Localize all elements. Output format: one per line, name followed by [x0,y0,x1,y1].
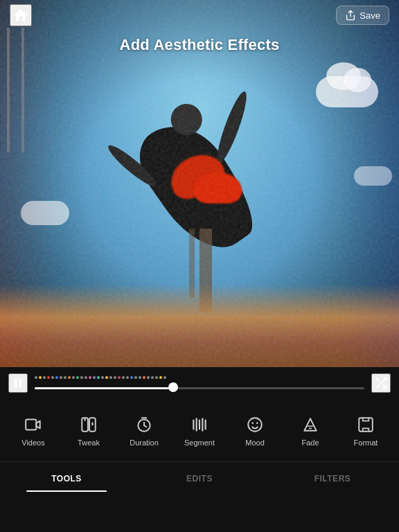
dot [80,376,83,379]
tab-tools-underline [26,490,106,492]
tab-tools[interactable]: TOOLS [0,462,133,492]
tool-segment[interactable]: Segment [179,414,220,447]
dot [55,376,58,379]
tweak-icon [78,414,99,435]
svg-rect-6 [26,419,36,429]
dot [68,376,71,379]
tool-mood[interactable]: Mood [234,414,276,447]
dot [43,376,46,379]
dot [143,376,145,379]
dot [89,376,91,379]
tab-edits-label: EDITS [186,474,213,484]
dot [76,376,79,379]
mood-icon [245,414,265,435]
dot [139,376,141,379]
dot [151,376,154,379]
fade-label: Fade [301,438,319,447]
home-icon [12,7,29,24]
dot [101,376,104,379]
segment-icon [189,414,210,435]
duration-label: Duration [130,438,159,447]
svg-point-21 [251,422,254,424]
fade-icon [300,414,321,435]
dot [51,376,54,379]
rooftop [0,284,399,367]
tab-filters[interactable]: FILTERS [266,462,399,492]
cloud-1 [316,76,378,107]
tab-bar: TOOLS EDITS FILTERS [0,461,399,492]
mood-label: Mood [245,438,265,447]
svg-line-5 [376,378,379,381]
top-bar: Save [0,0,399,30]
dot [155,376,158,379]
save-label: Save [360,10,380,21]
dot [47,376,50,379]
dot [60,376,62,379]
dot [118,376,121,379]
dot [122,376,125,379]
dot [85,376,87,379]
save-button[interactable]: Save [336,6,389,25]
shuffle-button[interactable] [371,373,391,393]
dot [147,376,150,379]
format-label: Format [354,438,378,447]
save-icon [345,10,356,21]
duration-icon [134,414,154,435]
arm-right [212,89,251,166]
tab-edits[interactable]: EDITS [133,462,266,492]
timeline-dots [35,375,364,380]
dot [134,376,137,379]
tool-format[interactable]: Format [345,414,387,447]
dot [93,376,96,379]
cloud-2 [21,201,69,225]
format-icon [355,414,376,435]
dot [35,376,37,379]
tool-tweak[interactable]: Tweak [68,414,109,447]
shoe-right [194,172,242,204]
tweak-label: Tweak [78,438,100,447]
dot [114,376,116,379]
cloud-3 [354,166,392,186]
dot [109,376,112,379]
tab-tools-label: TOOLS [51,474,82,484]
svg-rect-26 [359,418,373,432]
dot [126,376,129,379]
dot [163,376,166,379]
dot [64,376,66,379]
scrubber-fill [35,387,173,389]
dot [97,376,100,379]
dot [72,376,75,379]
svg-rect-2 [19,378,21,387]
videos-label: Videos [21,438,44,447]
tools-row: Videos Tweak Duration [0,399,399,461]
shuffle-icon [374,376,388,390]
svg-point-20 [248,418,262,432]
timeline [0,367,399,399]
play-pause-button[interactable] [8,373,28,393]
pause-icon [11,376,25,390]
tab-filters-label: FILTERS [314,474,351,484]
dot [159,376,162,379]
svg-point-22 [256,422,258,424]
home-button[interactable] [10,4,32,26]
scrubber[interactable] [35,373,364,393]
segment-label: Segment [184,438,215,447]
scrubber-thumb[interactable] [168,382,178,392]
dot [105,376,108,379]
tool-duration[interactable]: Duration [123,414,165,447]
video-preview: Add Aesthetic Effects [0,0,399,367]
svg-line-13 [144,425,146,427]
videos-icon [23,414,44,435]
svg-rect-1 [15,378,17,387]
tool-fade[interactable]: Fade [290,414,331,447]
dot [130,376,133,379]
video-title: Add Aesthetic Effects [0,36,399,54]
dot [39,376,42,379]
tool-videos[interactable]: Videos [12,414,54,447]
scrubber-track [35,387,364,389]
